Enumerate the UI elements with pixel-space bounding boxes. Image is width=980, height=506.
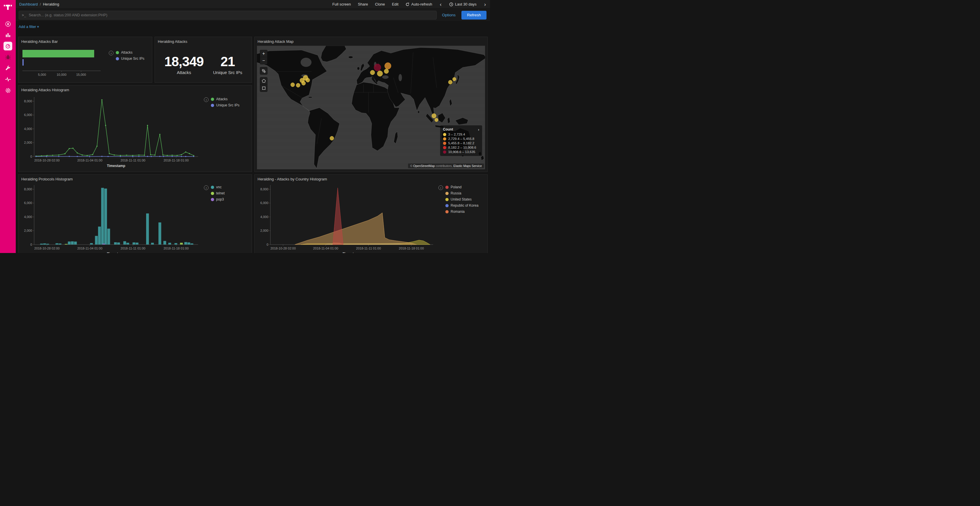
legend-toggle-icon[interactable]: › — [204, 97, 208, 102]
options-link[interactable]: Options — [442, 13, 456, 17]
svg-text:2018-10-28 02:00: 2018-10-28 02:00 — [34, 159, 60, 162]
main-area: Dashboard / Heralding Full screen Share … — [16, 0, 490, 253]
legend-label: Attacks — [121, 51, 132, 54]
svg-text:2018-11-04 01:00: 2018-11-04 01:00 — [77, 247, 102, 250]
time-back-chevron[interactable]: ‹ — [439, 2, 442, 7]
attacks-histogram-chart[interactable]: 02,0004,0006,0008,0002018-10-28 02:00201… — [21, 94, 201, 171]
legend-dot-icon — [211, 186, 214, 189]
time-range-button[interactable]: Last 30 days — [449, 2, 477, 6]
legend-dot-icon — [445, 186, 449, 189]
legend-item[interactable]: telnet — [211, 191, 224, 195]
svg-text:2018-11-11 01:00: 2018-11-11 01:00 — [356, 247, 381, 250]
search-bar-row: >_ Options Refresh — [16, 9, 490, 22]
legend-item[interactable]: Unique Src IPs — [211, 103, 239, 107]
svg-text:8,000: 8,000 — [24, 187, 32, 191]
sidebar-item-discover[interactable] — [0, 18, 16, 29]
sidebar-item-visualize[interactable] — [0, 29, 16, 41]
app-root: Dashboard / Heralding Full screen Share … — [0, 0, 490, 253]
tmobile-logo[interactable] — [3, 3, 12, 11]
country-histogram-chart[interactable]: 02,0004,0006,0008,0002018-10-28 02:00201… — [257, 182, 436, 253]
sidebar-item-tools[interactable] — [0, 63, 16, 74]
legend-dot-icon — [445, 192, 449, 195]
map-legend-title: Count — [443, 127, 476, 132]
protocols-histogram-chart[interactable]: 02,0004,0006,0008,0002018-10-28 02:00201… — [21, 182, 201, 253]
svg-text:0: 0 — [30, 243, 32, 246]
legend-label: 5,455.8 – 8,182.2 — [448, 141, 474, 145]
tmobile-t-icon — [3, 3, 12, 11]
legend-dot-icon — [211, 198, 214, 201]
sidebar-item-honeypot[interactable] — [0, 52, 16, 63]
legend-dot-icon — [211, 98, 214, 101]
breadcrumb-dashboard-link[interactable]: Dashboard — [19, 2, 38, 6]
svg-text:2018-10-28 02:00: 2018-10-28 02:00 — [270, 247, 296, 250]
legend-item[interactable]: Poland — [445, 185, 478, 189]
legend-label: Unique Src IPs — [121, 57, 145, 60]
svg-text:2018-11-18 01:00: 2018-11-18 01:00 — [164, 159, 189, 162]
share-button[interactable]: Share — [358, 2, 368, 6]
edit-button[interactable]: Edit — [392, 2, 398, 6]
panel-attacks-bar: Heralding Attacks Bar 5,00010,00015,000 … — [18, 37, 152, 83]
svg-text:6,000: 6,000 — [24, 113, 32, 117]
svg-text:10,000: 10,000 — [57, 73, 67, 76]
legend-collapse-icon[interactable]: › — [478, 127, 479, 132]
svg-text:6,000: 6,000 — [24, 201, 32, 205]
legend-label: Romania — [450, 209, 465, 214]
legend-item[interactable]: Attacks — [211, 97, 239, 101]
attack-map[interactable]: + − — [257, 46, 485, 169]
legend-dot-icon — [116, 57, 119, 60]
legend-item[interactable]: Unique Src IPs — [116, 57, 145, 60]
legend-label: Attacks — [216, 97, 228, 101]
legend-dot-icon — [445, 204, 449, 207]
legend-dot-icon — [443, 133, 446, 136]
breadcrumb-current: Heralding — [43, 2, 59, 6]
legend-item[interactable]: vnc — [211, 185, 224, 189]
legend-toggle-icon[interactable]: › — [204, 186, 208, 190]
svg-text:0: 0 — [30, 155, 32, 158]
search-input[interactable] — [29, 13, 433, 17]
openstreetmap-link[interactable]: OpenStreetMap — [413, 164, 435, 168]
auto-refresh-button[interactable]: Auto-refresh — [406, 2, 432, 6]
elastic-maps-service-link[interactable]: Elastic Maps Service — [453, 164, 482, 168]
legend-item[interactable]: Attacks — [116, 51, 145, 54]
legend-label: pop3 — [216, 197, 224, 201]
crop-icon — [262, 69, 266, 73]
legend-label: United States — [450, 197, 472, 201]
full-screen-button[interactable]: Full screen — [332, 2, 351, 6]
sidebar-item-dashboard-selected[interactable] — [0, 41, 16, 52]
legend-item[interactable]: United States — [445, 197, 478, 201]
clone-button[interactable]: Clone — [375, 2, 385, 6]
time-forward-chevron[interactable]: › — [484, 2, 487, 7]
compass-icon — [5, 21, 11, 27]
legend-label: 3 – 2,729.4 — [448, 133, 465, 136]
map-rectangle-filter-button[interactable] — [260, 84, 267, 92]
svg-text:2,000: 2,000 — [24, 141, 32, 144]
legend-item[interactable]: Republic of Korea — [445, 203, 478, 208]
chart-legend: › PolandRussiaUnited StatesRepublic of K… — [438, 185, 478, 216]
legend-toggle-icon[interactable]: › — [109, 51, 113, 56]
refresh-button[interactable]: Refresh — [461, 11, 487, 19]
metric-unique-src-ips: 21 Unique Src IPs — [213, 54, 242, 75]
legend-item[interactable]: pop3 — [211, 197, 224, 201]
metric-group: 18,349 Attacks 21 Unique Src IPs — [155, 44, 252, 75]
search-input-wrapper: >_ — [19, 11, 437, 19]
svg-text:2018-11-04 01:00: 2018-11-04 01:00 — [77, 159, 102, 162]
map-zoom-in-button[interactable]: + — [260, 50, 267, 57]
add-filter-link[interactable]: Add a filter+ — [19, 25, 39, 29]
legend-toggle-icon[interactable]: › — [438, 186, 443, 190]
map-polygon-filter-button[interactable] — [260, 78, 267, 84]
legend-label: Russia — [450, 191, 461, 195]
query-prompt-icon: >_ — [22, 13, 26, 17]
attacks-bar-chart[interactable]: 5,00010,00015,000 — [21, 48, 105, 79]
svg-text:4,000: 4,000 — [24, 127, 32, 130]
legend-item[interactable]: Romania — [445, 209, 478, 214]
map-zoom-out-button[interactable]: − — [260, 57, 267, 64]
map-fit-bounds-button[interactable] — [260, 67, 267, 75]
sidebar-item-monitoring[interactable] — [0, 74, 16, 85]
svg-text:2018-11-11 01:00: 2018-11-11 01:00 — [121, 247, 145, 250]
breadcrumb: Dashboard / Heralding — [19, 2, 59, 6]
panel-title: Heralding Protocols Histogram — [18, 174, 252, 181]
sidebar-item-management[interactable] — [0, 85, 16, 96]
legend-item[interactable]: Russia — [445, 191, 478, 195]
map-legend: Count 3 – 2,729.42,729.4 – 5,455.85,455.… — [440, 125, 482, 156]
gauge-icon — [5, 43, 11, 49]
